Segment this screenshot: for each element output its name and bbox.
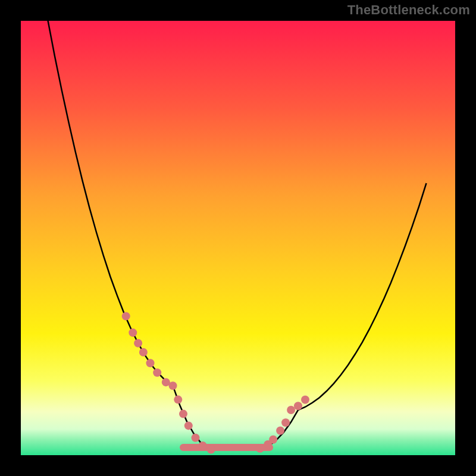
- data-marker: [207, 446, 215, 454]
- data-marker: [256, 444, 264, 453]
- data-marker: [281, 418, 290, 427]
- data-marker: [199, 441, 207, 450]
- data-marker: [269, 436, 277, 444]
- data-marker: [153, 368, 161, 377]
- data-marker: [301, 396, 309, 404]
- data-marker: [184, 421, 193, 430]
- data-marker: [129, 328, 137, 337]
- data-marker: [146, 359, 155, 367]
- data-marker: [294, 402, 302, 410]
- data-marker: [192, 434, 200, 442]
- data-marker: [122, 312, 130, 320]
- data-marker: [179, 410, 187, 418]
- data-marker: [174, 396, 182, 404]
- plot-area: [21, 21, 455, 455]
- chart-svg: [21, 21, 455, 455]
- data-marker: [287, 406, 295, 414]
- data-marker: [169, 381, 177, 390]
- chart-frame: TheBottleneck.com: [0, 0, 476, 476]
- data-marker: [139, 348, 148, 356]
- data-marker: [134, 339, 142, 347]
- gradient-background: [21, 21, 455, 455]
- watermark-text: TheBottleneck.com: [347, 2, 470, 18]
- data-marker: [276, 427, 284, 435]
